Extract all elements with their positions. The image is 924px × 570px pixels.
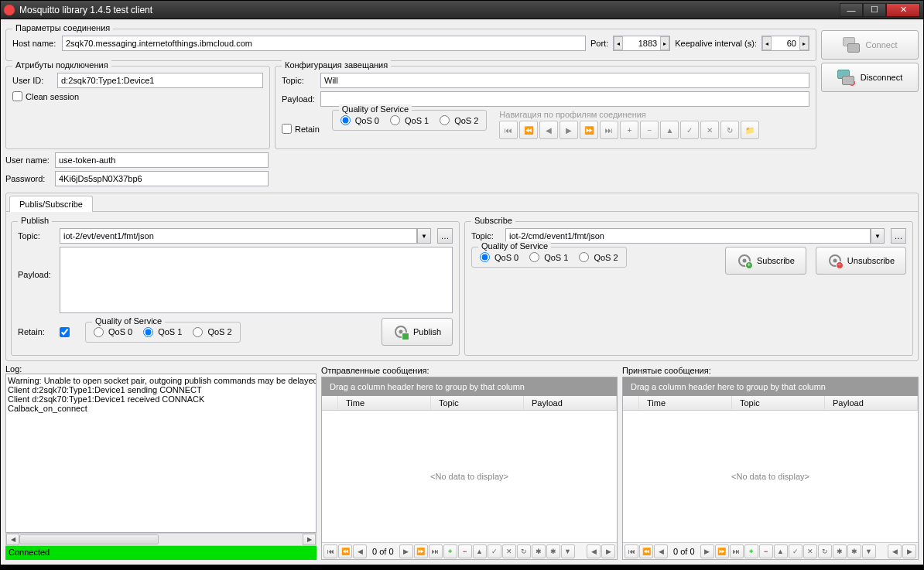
gf-prevpage-icon[interactable]: ⏪ — [639, 544, 653, 558]
sub-topic-dropdown-icon[interactable]: ▼ — [871, 228, 885, 244]
gf-next-icon[interactable]: ▶ — [700, 544, 714, 558]
gf-nextpage-icon[interactable]: ⏩ — [414, 544, 428, 558]
maximize-button[interactable]: ☐ — [863, 3, 886, 17]
gf-nextpage-icon[interactable]: ⏩ — [715, 544, 729, 558]
pub-topic-input[interactable] — [60, 228, 417, 244]
disconnect-button[interactable]: Disconnect — [821, 63, 919, 92]
will-retain-checkbox[interactable] — [282, 124, 292, 134]
log-hscrollbar[interactable]: ◀ ▶ — [5, 533, 317, 546]
col-payload[interactable]: Payload — [524, 396, 617, 410]
nav-cancel-icon[interactable]: ✕ — [700, 121, 719, 139]
keepalive-increment[interactable]: ▸ — [799, 36, 809, 50]
userid-input[interactable] — [57, 73, 263, 88]
nav-folder-icon[interactable]: 📁 — [741, 121, 759, 139]
will-topic-input[interactable] — [320, 73, 809, 88]
gf-edit-icon[interactable]: ▲ — [774, 544, 788, 558]
gf-cancel-icon[interactable]: ✕ — [803, 544, 817, 558]
gf-next-icon[interactable]: ▶ — [399, 544, 413, 558]
gf-cancel-icon[interactable]: ✕ — [502, 544, 516, 558]
password-input[interactable] — [55, 171, 269, 186]
pub-payload-input[interactable] — [60, 247, 453, 313]
sub-qos0-option[interactable]: QoS 0 — [480, 252, 518, 262]
gf-bookmark2-icon[interactable]: ✱ — [546, 544, 560, 558]
gf-accept-icon[interactable]: ✓ — [789, 544, 803, 558]
col-topic[interactable]: Topic — [431, 396, 524, 410]
tab-pubsub[interactable]: Publis/Subscribe — [9, 196, 93, 212]
port-decrement[interactable]: ◂ — [614, 36, 623, 50]
will-qos2-option[interactable]: QoS 2 — [440, 115, 478, 125]
nav-prev-page-icon[interactable]: ⏪ — [519, 121, 538, 139]
connect-button[interactable]: Connect — [821, 30, 919, 60]
pub-qos0-option[interactable]: QoS 0 — [94, 327, 132, 337]
gf-remove-icon[interactable]: − — [458, 544, 472, 558]
gf-prevpage-icon[interactable]: ⏪ — [338, 544, 352, 558]
nav-refresh-icon[interactable]: ↻ — [720, 121, 739, 139]
gf-scroll-right-icon[interactable]: ▶ — [902, 544, 916, 558]
gf-accept-icon[interactable]: ✓ — [488, 544, 501, 558]
close-button[interactable]: ✕ — [886, 3, 920, 17]
port-spinner[interactable]: ◂ ▸ — [613, 36, 670, 51]
port-increment[interactable]: ▸ — [660, 36, 669, 50]
gf-bookmark2-icon[interactable]: ✱ — [847, 544, 861, 558]
nav-remove-icon[interactable]: − — [640, 121, 659, 139]
keepalive-input[interactable] — [772, 36, 799, 50]
gf-filter-icon[interactable]: ▼ — [561, 544, 575, 558]
pub-qos2-option[interactable]: QoS 2 — [193, 327, 231, 337]
gf-bookmark-icon[interactable]: ✱ — [532, 544, 546, 558]
nav-up-icon[interactable]: ▲ — [660, 121, 679, 139]
col-topic[interactable]: Topic — [732, 396, 825, 410]
gf-remove-icon[interactable]: − — [759, 544, 773, 558]
recv-grid-group-area[interactable]: Drag a column header here to group by th… — [623, 377, 918, 396]
keepalive-spinner[interactable]: ◂ ▸ — [761, 36, 809, 51]
pub-topic-browse-button[interactable]: … — [437, 228, 453, 244]
nav-next-page-icon[interactable]: ⏩ — [580, 121, 598, 139]
gf-scroll-left-icon[interactable]: ◀ — [587, 544, 601, 558]
gf-refresh-icon[interactable]: ↻ — [517, 544, 531, 558]
gf-filter-icon[interactable]: ▼ — [862, 544, 876, 558]
publish-button[interactable]: Publish — [382, 318, 453, 346]
gf-last-icon[interactable]: ⏭ — [429, 544, 443, 558]
keepalive-decrement[interactable]: ◂ — [762, 36, 772, 50]
scroll-right-icon[interactable]: ▶ — [303, 534, 316, 545]
pub-topic-dropdown-icon[interactable]: ▼ — [417, 228, 431, 244]
unsubscribe-button[interactable]: − Unsubscribe — [816, 247, 906, 275]
col-time[interactable]: Time — [338, 396, 431, 410]
gf-prev-icon[interactable]: ◀ — [353, 544, 367, 558]
gf-prev-icon[interactable]: ◀ — [654, 544, 668, 558]
subscribe-button[interactable]: + Subscribe — [725, 247, 806, 275]
username-input[interactable] — [55, 152, 269, 168]
sub-topic-browse-button[interactable]: … — [891, 228, 906, 244]
nav-prev-icon[interactable]: ◀ — [539, 121, 558, 139]
gf-edit-icon[interactable]: ▲ — [473, 544, 487, 558]
gf-add-icon[interactable]: + — [744, 544, 758, 558]
col-time[interactable]: Time — [639, 396, 732, 410]
nav-first-icon[interactable]: ⏮ — [499, 121, 518, 139]
sub-topic-input[interactable] — [505, 228, 871, 244]
port-input[interactable] — [623, 36, 660, 50]
nav-add-icon[interactable]: + — [620, 121, 638, 139]
gf-scroll-left-icon[interactable]: ◀ — [888, 544, 902, 558]
nav-last-icon[interactable]: ⏭ — [600, 121, 618, 139]
pub-retain-checkbox[interactable] — [60, 327, 70, 337]
sent-grid-group-area[interactable]: Drag a column header here to group by th… — [322, 377, 617, 396]
gf-first-icon[interactable]: ⏮ — [323, 544, 337, 558]
will-qos1-option[interactable]: QoS 1 — [390, 115, 429, 125]
sub-qos1-option[interactable]: QoS 1 — [529, 252, 568, 262]
minimize-button[interactable]: — — [840, 3, 863, 17]
pub-qos1-option[interactable]: QoS 1 — [143, 327, 182, 337]
clean-session-checkbox[interactable] — [12, 91, 22, 101]
will-qos0-option[interactable]: QoS 0 — [341, 115, 379, 125]
gf-refresh-icon[interactable]: ↻ — [818, 544, 832, 558]
sub-qos2-option[interactable]: QoS 2 — [579, 252, 618, 262]
scroll-track[interactable] — [19, 534, 303, 545]
host-input[interactable] — [62, 36, 586, 51]
gf-last-icon[interactable]: ⏭ — [730, 544, 744, 558]
nav-accept-icon[interactable]: ✓ — [680, 121, 699, 139]
nav-next-icon[interactable]: ▶ — [560, 121, 578, 139]
gf-bookmark-icon[interactable]: ✱ — [833, 544, 847, 558]
col-payload[interactable]: Payload — [825, 396, 918, 410]
gf-scroll-right-icon[interactable]: ▶ — [601, 544, 615, 558]
scroll-left-icon[interactable]: ◀ — [6, 534, 19, 545]
gf-first-icon[interactable]: ⏮ — [625, 544, 638, 558]
scroll-thumb[interactable] — [19, 534, 159, 544]
